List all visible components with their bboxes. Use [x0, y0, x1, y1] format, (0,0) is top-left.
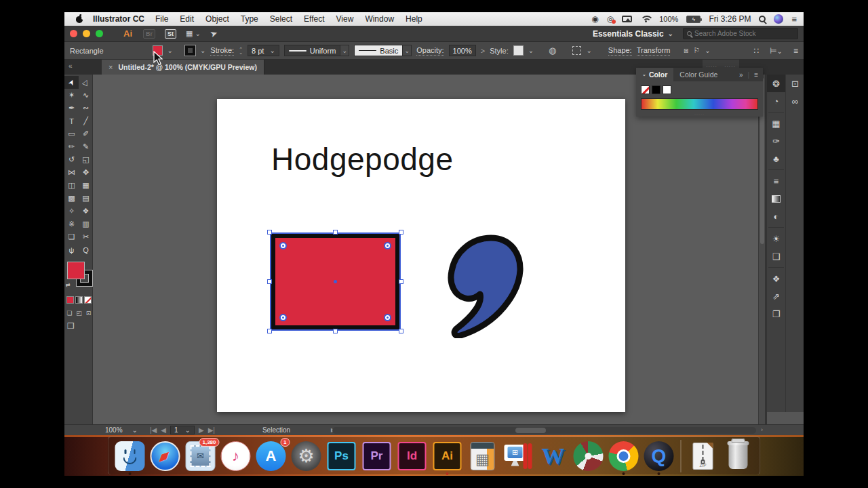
- panel-expand-icon[interactable]: »: [739, 71, 743, 79]
- toolbar-collapse-icon[interactable]: «: [68, 62, 73, 70]
- dock-photoshop[interactable]: Ps: [327, 441, 357, 471]
- rotate-tool[interactable]: ↺: [64, 153, 79, 166]
- dock-quicktime[interactable]: Q: [644, 441, 674, 471]
- eyedropper-tool[interactable]: ✧: [64, 205, 79, 218]
- menu-view[interactable]: View: [336, 14, 354, 24]
- selection-handle[interactable]: [333, 230, 338, 235]
- artboard-number-dropdown[interactable]: 1 ⌄: [170, 426, 195, 434]
- line-segment-tool[interactable]: ╱: [79, 115, 93, 127]
- black-swatch[interactable]: [652, 85, 660, 94]
- menu-clock[interactable]: Fri 3:26 PM: [709, 14, 751, 24]
- opacity-arrow-icon[interactable]: >: [481, 47, 485, 55]
- lasso-tool[interactable]: ∿: [79, 89, 93, 102]
- color-spectrum-bar[interactable]: [641, 98, 758, 110]
- color-panel-icon[interactable]: ❂: [767, 75, 785, 92]
- transform-link[interactable]: Transform: [637, 46, 671, 56]
- fill-indicator[interactable]: [67, 262, 85, 279]
- dock-zip-archive[interactable]: ZIP: [688, 441, 718, 471]
- close-document-icon[interactable]: ×: [108, 63, 113, 71]
- document-tab[interactable]: × Untitled-2* @ 100% (CMYK/GPU Preview): [102, 60, 264, 75]
- gradient-button[interactable]: [75, 296, 83, 304]
- corner-radius-widget[interactable]: [384, 314, 391, 321]
- pencil-tool[interactable]: ✎: [79, 140, 93, 153]
- notification-center-icon[interactable]: ≡: [791, 14, 797, 24]
- zoom-tool[interactable]: Q: [79, 243, 93, 256]
- airplay-display-icon[interactable]: [622, 16, 632, 22]
- swatches-panel-icon[interactable]: ▦: [767, 115, 785, 132]
- zoom-level-dropdown[interactable]: 100% ⌄: [64, 426, 138, 434]
- align-icon[interactable]: ⧈: [684, 46, 688, 55]
- screen-mode-button[interactable]: ❒: [67, 321, 75, 331]
- menu-edit[interactable]: Edit: [180, 14, 194, 24]
- dock-safari[interactable]: ◆: [151, 441, 180, 471]
- close-window-button[interactable]: [70, 30, 77, 37]
- menu-help[interactable]: Help: [406, 14, 422, 24]
- stock-button[interactable]: St: [165, 29, 176, 39]
- center-point[interactable]: [334, 280, 337, 283]
- wifi-icon[interactable]: [640, 16, 651, 23]
- menu-file[interactable]: File: [155, 14, 168, 24]
- appearance-panel-icon[interactable]: ☀: [767, 230, 785, 247]
- none-button[interactable]: [84, 296, 92, 304]
- selection-handle[interactable]: [267, 329, 272, 333]
- stroke-color-swatch[interactable]: [185, 45, 195, 56]
- scroll-right-arrow-icon[interactable]: ›: [761, 426, 763, 433]
- type-tool[interactable]: T: [64, 115, 79, 127]
- gradient-tool[interactable]: ▤: [79, 192, 93, 205]
- brush-definition-dropdown[interactable]: Basic ⌄: [354, 45, 412, 56]
- blue-comma-shape[interactable]: [446, 233, 529, 338]
- menu-window[interactable]: Window: [365, 14, 394, 24]
- stroke-weight-stepper[interactable]: ⌃⌄: [239, 47, 243, 54]
- creative-cloud-icon[interactable]: ∞: [786, 92, 804, 110]
- next-artboard-icon[interactable]: ▶: [199, 426, 204, 434]
- menu-object[interactable]: Object: [205, 14, 229, 24]
- hand-tool[interactable]: ψ: [64, 243, 79, 256]
- dock-trash[interactable]: [724, 441, 753, 471]
- tab-color-guide[interactable]: Color Guide: [673, 68, 724, 81]
- zoom-window-button[interactable]: [96, 30, 103, 37]
- vertical-scrollbar[interactable]: [758, 75, 765, 424]
- scale-tool[interactable]: ◱: [79, 153, 93, 166]
- color-panel-menu-icon[interactable]: ≡: [754, 71, 758, 79]
- layers-panel-icon[interactable]: ❖: [767, 270, 785, 287]
- canvas-area[interactable]: Hodgepodge: [93, 75, 758, 424]
- shape-builder-tool[interactable]: ◫: [64, 179, 79, 192]
- selection-handle[interactable]: [267, 279, 272, 284]
- selection-handle[interactable]: [399, 230, 403, 235]
- select-similar-icon[interactable]: [572, 46, 581, 55]
- horizontal-scrollbar[interactable]: [332, 427, 756, 434]
- rectangle-tool[interactable]: ▭: [64, 127, 79, 140]
- corner-radius-widget[interactable]: [279, 314, 287, 321]
- stop-record-icon[interactable]: ◉: [591, 15, 598, 23]
- pen-tool[interactable]: ✒: [64, 102, 79, 115]
- artboards-panel-icon[interactable]: ❐: [767, 305, 785, 323]
- paintbrush-tool[interactable]: ✐: [79, 127, 93, 140]
- stroke-link[interactable]: Stroke:: [210, 46, 234, 56]
- share-icon[interactable]: ➤: [209, 28, 219, 40]
- dock-pinwheel-app[interactable]: [574, 441, 604, 471]
- battery-icon[interactable]: ϟ: [686, 16, 701, 23]
- dock-parallels[interactable]: ⊞: [503, 441, 533, 471]
- stroke-panel-icon[interactable]: ≡: [767, 172, 785, 190]
- arrange-documents-button[interactable]: ▦⌄: [186, 29, 201, 38]
- draw-normal-mode[interactable]: ❏: [65, 308, 74, 318]
- spotlight-icon[interactable]: [759, 16, 766, 22]
- dock-mail[interactable]: ✉ 1,380: [186, 441, 216, 471]
- mesh-tool[interactable]: ▩: [64, 192, 79, 205]
- workspace-switcher[interactable]: Essentials Classic ⌄: [593, 29, 673, 39]
- shaper-tool[interactable]: ✏: [64, 140, 79, 153]
- dock-calculator[interactable]: ▦: [468, 441, 498, 471]
- artboard-tool[interactable]: ❏: [64, 230, 79, 243]
- menu-app-name[interactable]: Illustrator CC: [93, 14, 144, 24]
- isolate-flag-icon[interactable]: ⚐: [693, 46, 700, 55]
- artboard[interactable]: Hodgepodge: [217, 99, 625, 412]
- minimize-window-button[interactable]: [83, 30, 90, 37]
- tab-color[interactable]: ⌄Color: [636, 68, 673, 81]
- previous-artboard-icon[interactable]: ◀: [161, 426, 166, 434]
- curvature-tool[interactable]: ∾: [79, 102, 93, 115]
- corner-radius-widget[interactable]: [384, 242, 391, 249]
- selection-handle[interactable]: [399, 279, 403, 284]
- draw-behind-mode[interactable]: ◰: [75, 308, 83, 318]
- selected-rectangle[interactable]: [270, 232, 401, 331]
- white-swatch[interactable]: [663, 85, 671, 94]
